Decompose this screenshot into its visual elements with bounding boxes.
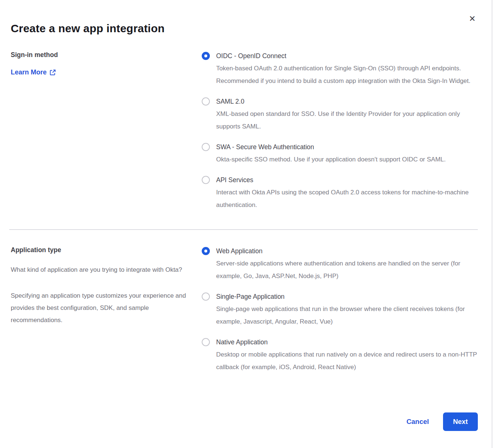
option-label-oidc[interactable]: OIDC - OpenID Connect [216,51,478,61]
application-type-options: Web Application Server-side applications… [202,246,478,374]
learn-more-label: Learn More [11,68,47,76]
signin-method-section: Sign-in method Learn More OIDC - OpenID … [11,51,478,211]
create-app-integration-modal: ✕ Create a new app integration Sign-in m… [0,0,491,448]
signin-method-left-column: Sign-in method Learn More [11,51,202,211]
radio-option-api-services[interactable]: API Services Interact with Okta APIs usi… [202,175,478,211]
radio-option-web-application[interactable]: Web Application Server-side applications… [202,246,478,282]
option-desc-swa: Okta-specific SSO method. Use if your ap… [216,153,478,166]
radio-unselected-icon[interactable] [202,176,210,184]
option-label-swa[interactable]: SWA - Secure Web Authentication [216,142,478,152]
application-type-left-column: Application type What kind of applicatio… [11,246,202,374]
next-button[interactable]: Next [443,412,478,431]
radio-option-single-page-application[interactable]: Single-Page Application Single-page web … [202,292,478,328]
radio-option-swa[interactable]: SWA - Secure Web Authentication Okta-spe… [202,142,478,166]
radio-selected-icon[interactable] [202,52,210,60]
radio-option-saml[interactable]: SAML 2.0 XML-based open standard for SSO… [202,97,478,133]
option-label-web-application[interactable]: Web Application [216,246,478,256]
application-type-question: What kind of application are you trying … [11,264,188,276]
signin-method-options: OIDC - OpenID Connect Token-based OAuth … [202,51,478,211]
option-label-saml[interactable]: SAML 2.0 [216,97,478,106]
section-divider [9,229,478,230]
radio-unselected-icon[interactable] [202,338,210,346]
radio-unselected-icon[interactable] [202,97,210,106]
signin-method-heading: Sign-in method [11,51,193,59]
modal-footer: Cancel Next [406,412,478,431]
option-desc-saml: XML-based open standard for SSO. Use if … [216,108,478,133]
option-desc-oidc: Token-based OAuth 2.0 authentication for… [216,62,478,87]
radio-selected-icon[interactable] [202,247,210,255]
option-desc-single-page-application: Single-page web applications that run in… [216,303,478,328]
application-type-section: Application type What kind of applicatio… [11,246,478,374]
application-type-heading: Application type [11,246,193,254]
radio-option-oidc[interactable]: OIDC - OpenID Connect Token-based OAuth … [202,51,478,87]
page-title: Create a new app integration [11,0,478,35]
radio-option-native-application[interactable]: Native Application Desktop or mobile app… [202,337,478,374]
cancel-button[interactable]: Cancel [406,418,429,426]
radio-unselected-icon[interactable] [202,292,210,301]
close-icon[interactable]: ✕ [467,14,477,24]
application-type-explainer: Specifying an application type customize… [11,290,188,326]
option-label-native-application[interactable]: Native Application [216,337,478,347]
external-link-icon [50,69,56,76]
radio-unselected-icon[interactable] [202,143,210,151]
option-desc-api-services: Interact with Okta APIs using the scoped… [216,186,478,211]
option-label-single-page-application[interactable]: Single-Page Application [216,292,478,301]
option-desc-web-application: Server-side applications where authentic… [216,257,478,282]
learn-more-link[interactable]: Learn More [11,68,56,76]
option-desc-native-application: Desktop or mobile applications that run … [216,348,478,374]
option-label-api-services[interactable]: API Services [216,175,478,185]
